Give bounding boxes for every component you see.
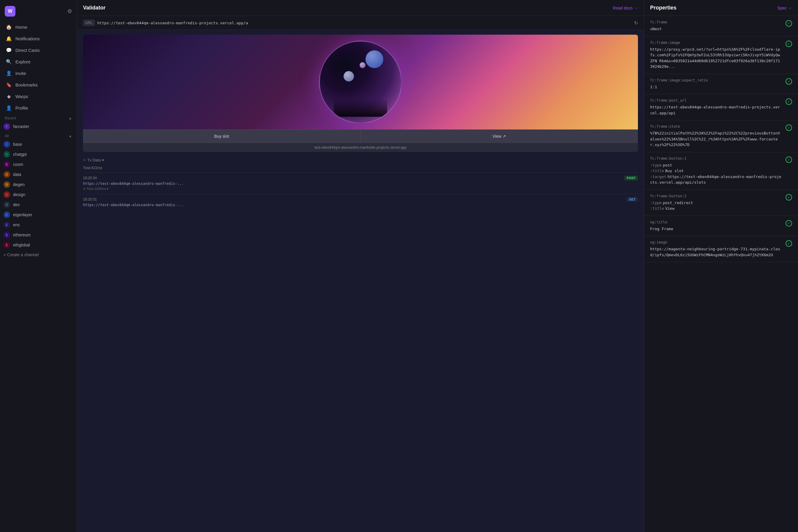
property-key-1: fc:frame:image <box>650 41 782 45</box>
url-input[interactable] <box>97 21 632 25</box>
silhouettes-decoration <box>334 99 387 117</box>
property-valid-icon-7: ✓ <box>785 220 792 227</box>
tx-method-0: POST <box>624 176 638 180</box>
sidebar: W ⚙ 🏠Home🔔Notifications💬Direct Casts🔍Exp… <box>0 0 77 532</box>
sidebar-label-home: Home <box>15 24 27 30</box>
all-label: All <box>5 134 8 138</box>
planet-3-decoration <box>359 62 366 68</box>
sidebar-label-warps: Warps <box>15 94 28 99</box>
channel-avatar-dev: D <box>3 202 10 208</box>
channel-avatar-ethglobal: E <box>3 242 10 248</box>
sidebar-item-home[interactable]: 🏠Home <box>2 21 74 33</box>
channel-avatar-base: B <box>3 141 10 148</box>
property-row-6: fc:frame:button:2 :typepost_redirect :ti… <box>644 190 798 216</box>
all-channel-design[interactable]: Ddesign <box>0 190 77 200</box>
tx-time-1: 18:20:31 <box>83 197 97 202</box>
refresh-icon[interactable]: ↻ <box>634 20 638 26</box>
channel-label-dev: dev <box>13 202 20 207</box>
create-channel-button[interactable]: + Create a channel <box>0 250 77 260</box>
app-logo[interactable]: W <box>5 6 15 17</box>
property-valid-icon-3: ✓ <box>785 98 792 105</box>
property-key-4: fc:frame:state <box>650 125 782 129</box>
channel-avatar-eigenlayer: E <box>3 211 10 218</box>
property-row-3: fc:frame:post_url https://test-ebev844qm… <box>644 94 798 120</box>
property-content-2: fc:frame:image:aspect_ratio 1:1 <box>650 78 782 90</box>
all-channel-ens[interactable]: Eens <box>0 220 77 230</box>
recent-collapse-icon[interactable]: ▲ <box>69 116 72 120</box>
all-channel-coom[interactable]: Ccoom <box>0 159 77 169</box>
settings-gear-icon[interactable]: ⚙ <box>67 8 72 15</box>
all-channel-ethglobal[interactable]: Eethglobal <box>0 240 77 250</box>
channel-avatar-farcaster: F <box>3 123 10 130</box>
channel-avatar-data: D <box>3 171 10 178</box>
sidebar-label-profile: Profile <box>15 106 28 111</box>
channel-avatar-degen: D <box>3 181 10 188</box>
property-value-5: :typepost :titleBuy slot :targethttps://… <box>650 162 782 186</box>
recent-section-label: Recent ▲ <box>0 114 77 121</box>
tx-total: Total 622ms <box>83 165 638 172</box>
tx-subtotal-0[interactable]: ⊙ Total 2285ms ▾ <box>83 187 638 191</box>
all-channel-base[interactable]: Bbase <box>0 139 77 149</box>
sidebar-item-warps[interactable]: ◆Warps <box>2 91 74 102</box>
sidebar-item-direct-casts[interactable]: 💬Direct Casts <box>2 44 74 56</box>
spec-link[interactable]: Spec → <box>777 6 792 11</box>
frame-preview: Buy slot View ↗ test-ebev844qm-alessandr… <box>83 35 638 152</box>
property-content-0: fc:frame vNext <box>650 20 782 32</box>
direct-casts-icon: 💬 <box>6 48 12 53</box>
all-channel-ethereum[interactable]: Eethereum <box>0 230 77 240</box>
channel-label-eigenlayer: eigenlayer <box>13 212 32 217</box>
all-collapse-icon[interactable]: ▲ <box>69 134 72 138</box>
profile-icon: 👤 <box>6 105 12 111</box>
tx-entry-0: 18:20:34 POST https://test-ebev844qm-ale… <box>83 172 638 194</box>
property-content-6: fc:frame:button:2 :typepost_redirect :ti… <box>650 194 782 211</box>
buy-slot-button[interactable]: Buy slot <box>83 130 361 143</box>
all-channel-chatgpt[interactable]: Cchatgpt <box>0 149 77 159</box>
channel-label-ethglobal: ethglobal <box>13 243 30 247</box>
property-row-7: og:title Frog Frame ✓ <box>644 216 798 236</box>
frame-image-inner <box>319 41 402 124</box>
view-button[interactable]: View ↗ <box>361 130 638 143</box>
property-value-2: 1:1 <box>650 84 782 90</box>
all-channel-eigenlayer[interactable]: Eeigenlayer <box>0 210 77 220</box>
url-label: URL <box>83 20 95 26</box>
sidebar-item-notifications[interactable]: 🔔Notifications <box>2 33 74 44</box>
sidebar-item-bookmarks[interactable]: 🔖Bookmarks <box>2 79 74 91</box>
bookmarks-icon: 🔖 <box>6 82 12 88</box>
sidebar-header: W ⚙ <box>0 3 77 21</box>
all-channel-dev[interactable]: Ddev <box>0 200 77 210</box>
property-value-4: %7B%22initialPath%22%3A%22%2Fapi%22%2C%2… <box>650 130 782 148</box>
property-valid-icon-5: ✓ <box>785 156 792 163</box>
property-content-4: fc:frame:state %7B%22initialPath%22%3A%2… <box>650 125 782 148</box>
channel-label-ens: ens <box>13 223 20 227</box>
channel-avatar-chatgpt: C <box>3 151 10 157</box>
sidebar-item-profile[interactable]: 👤Profile <box>2 102 74 114</box>
sidebar-item-invite[interactable]: 👤Invite <box>2 68 74 79</box>
property-value-1: https://proxy.wrpcd.net/?url=https%3A%2F… <box>650 46 782 70</box>
tx-url-0: https://test-ebev844qm-alessandro-manfre… <box>83 182 638 186</box>
property-key-5: fc:frame:button:1 <box>650 156 782 160</box>
explore-icon: 🔍 <box>6 59 12 64</box>
sidebar-nav: 🏠Home🔔Notifications💬Direct Casts🔍Explore… <box>0 21 77 114</box>
main-content: Validator Read docs → URL ↻ Buy slot Vie… <box>77 0 644 532</box>
property-content-3: fc:frame:post_url https://test-ebev844qm… <box>650 98 782 116</box>
property-value-8: https://magenta-neighbouring-partridge-7… <box>650 246 782 258</box>
property-content-5: fc:frame:button:1 :typepost :titleBuy sl… <box>650 156 782 186</box>
recent-label: Recent <box>5 116 16 120</box>
all-channel-data[interactable]: Ddata <box>0 169 77 179</box>
all-section-label: All ▲ <box>0 132 77 139</box>
all-channel-degen[interactable]: Ddegen <box>0 179 77 190</box>
property-key-0: fc:frame <box>650 20 782 24</box>
property-row-1: fc:frame:image https://proxy.wrpcd.net/?… <box>644 36 798 74</box>
read-docs-link[interactable]: Read docs → <box>613 6 638 11</box>
tx-time-0: 18:20:34 <box>83 176 97 180</box>
channel-avatar-ens: E <box>3 222 10 228</box>
validator-title: Validator <box>83 5 106 11</box>
property-valid-icon-4: ✓ <box>785 125 792 131</box>
tx-header[interactable]: ✧ Tx Data ▾ <box>83 155 638 165</box>
property-content-8: og:image https://magenta-neighbouring-pa… <box>650 240 782 258</box>
sidebar-item-explore[interactable]: 🔍Explore <box>2 56 74 68</box>
tx-method-1: GET <box>626 197 638 202</box>
tx-header-label: ✧ Tx Data ▾ <box>83 158 104 162</box>
recent-channel-farcaster[interactable]: Ffarcaster <box>0 121 77 132</box>
property-row-4: fc:frame:state %7B%22initialPath%22%3A%2… <box>644 120 798 152</box>
